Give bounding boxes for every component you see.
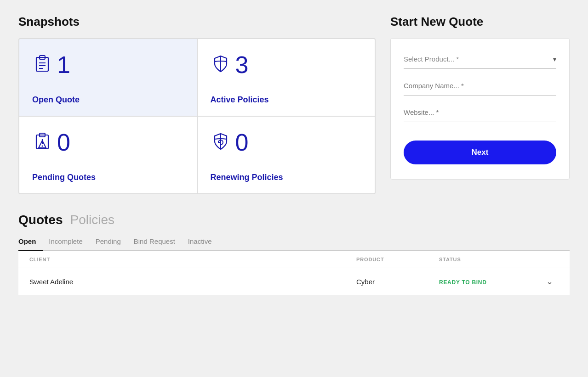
company-name-field [404,80,556,96]
tab-pending[interactable]: Pending [96,233,128,251]
snapshot-label: Active Policies [211,95,362,105]
table-header-cell: PRODUCT [356,257,439,262]
shield-refresh-icon [211,131,231,153]
snapshot-count: 0 [235,130,249,154]
quote-form: Select Product... * ▾ Next [390,38,570,180]
clipboard-icon [32,54,52,76]
svg-point-9 [42,146,43,147]
product-cell: Cyber [356,278,439,286]
quotes-section-tab[interactable]: Quotes [18,213,63,227]
tab-inactive[interactable]: Inactive [188,233,219,251]
snapshot-card-open-quote[interactable]: 1 Open Quote [19,39,197,116]
status-badge: READY TO BIND [439,279,487,286]
website-field [404,107,556,122]
snapshot-label: Open Quote [32,95,184,105]
row-expand-icon[interactable]: ⌄ [540,276,559,287]
snapshot-card-pending-quotes[interactable]: 0 Pending Quotes [19,117,197,193]
snapshot-card-active-policies[interactable]: 3 Active Policies [198,39,375,116]
website-input[interactable] [404,107,556,118]
client-cell: Sweet Adeline [29,278,356,286]
product-select[interactable]: Select Product... * [404,53,553,65]
quote-section-title: Start New Quote [390,15,570,29]
snapshots-title: Snapshots [18,15,376,29]
quotes-tab-row: OpenIncompletePendingBind RequestInactiv… [18,233,570,251]
bottom-section: Quotes Policies OpenIncompletePendingBin… [18,213,570,295]
dropdown-arrow-icon: ▾ [553,56,556,63]
next-button[interactable]: Next [404,141,556,164]
quotes-table-container: CLIENTPRODUCTSTATUS Sweet Adeline Cyber … [18,251,570,295]
policies-section-tab[interactable]: Policies [70,213,114,227]
snapshot-card-renewing-policies[interactable]: 0 Renewing Policies [198,117,375,193]
snapshot-card-top: 3 [211,53,362,77]
snapshot-card-top: 0 [211,130,362,154]
snapshot-card-top: 0 [32,130,184,154]
table-header-cell [540,257,559,262]
snapshot-label: Pending Quotes [32,173,184,182]
status-cell: READY TO BIND [439,278,540,286]
snapshot-card-top: 1 [32,53,184,77]
shield-icon [211,54,231,76]
tab-bind-request[interactable]: Bind Request [134,233,183,251]
table-header-cell: CLIENT [29,257,356,262]
company-name-input[interactable] [404,80,556,91]
snapshot-count: 1 [57,53,70,77]
product-select-field: Select Product... * ▾ [404,53,556,69]
snapshot-label: Renewing Policies [211,173,362,182]
tab-open[interactable]: Open [18,233,43,251]
snapshot-grid: 1 Open Quote 3 Active Policies 0 Pending… [18,38,376,194]
snapshot-count: 3 [235,53,249,77]
tab-incomplete[interactable]: Incomplete [49,233,90,251]
table-header: CLIENTPRODUCTSTATUS [18,251,570,268]
table-header-cell: STATUS [439,257,540,262]
table-row[interactable]: Sweet Adeline Cyber READY TO BIND ⌄ [18,268,570,295]
section-switcher: Quotes Policies [18,213,570,227]
clipboard-warning-icon [32,131,52,153]
snapshot-count: 0 [57,130,70,154]
table-body: Sweet Adeline Cyber READY TO BIND ⌄ [18,268,570,295]
